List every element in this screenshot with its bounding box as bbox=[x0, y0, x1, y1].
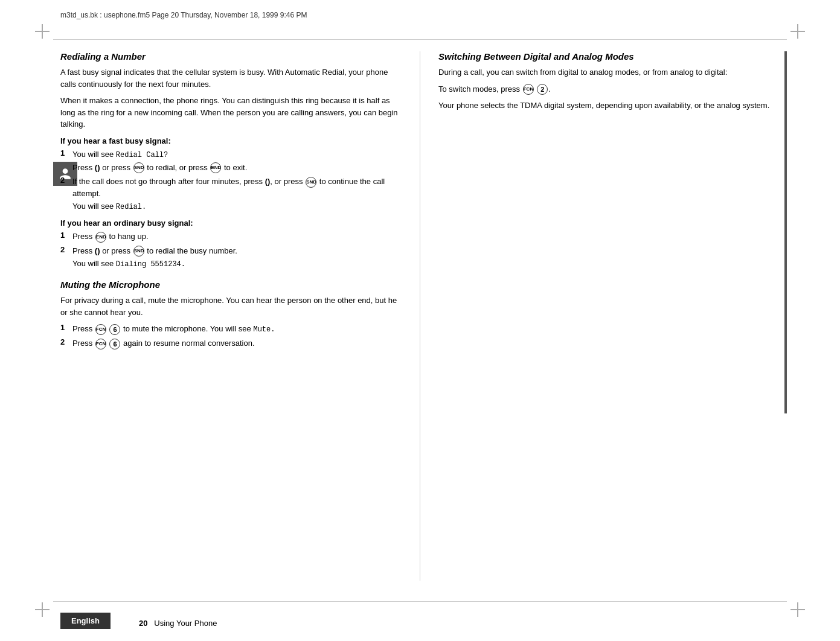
two-button-icon: 2 bbox=[537, 84, 548, 95]
item1-text: You will see Redial Call? bbox=[72, 150, 168, 159]
six-button-icon1: 6 bbox=[109, 324, 120, 335]
corner-mark-tl bbox=[35, 24, 50, 39]
ordinary-item2-sub: You will see Dialing 5551234. bbox=[72, 258, 402, 270]
ordinary-item2-mono: Dialing 5551234. bbox=[116, 260, 185, 269]
fast-busy-title: If you hear a fast busy signal: bbox=[60, 136, 402, 145]
item1-content: You will see Redial Call? Press () or pr… bbox=[72, 148, 402, 174]
mute-mono: Mute. bbox=[253, 325, 275, 334]
ordinary-busy-title: If you hear an ordinary busy signal: bbox=[60, 218, 402, 228]
redialing-para2: When it makes a connection, the phone ri… bbox=[60, 95, 402, 130]
snd-button-icon: SND bbox=[133, 162, 144, 173]
snd-button-icon3: SND bbox=[133, 246, 144, 257]
switching-para3: Your phone selects the TDMA digital syst… bbox=[438, 100, 780, 112]
muting-title: Muting the Microphone bbox=[60, 279, 402, 290]
ordinary-item2: 2 Press () or press SND to redial the bu… bbox=[60, 245, 402, 270]
top-rule bbox=[53, 39, 787, 40]
mute-item2-num: 2 bbox=[60, 337, 72, 349]
page-text: Using Your Phone bbox=[154, 619, 217, 628]
ordinary-item1-num: 1 bbox=[60, 231, 72, 243]
ordinary-item2-num: 2 bbox=[60, 245, 72, 270]
switching-para2: To switch modes, press FCN 2. bbox=[438, 83, 780, 95]
redialing-title: Redialing a Number bbox=[60, 51, 402, 62]
end-button-icon2: END bbox=[95, 232, 106, 243]
header-text: m3td_us.bk : usephone.fm5 Page 20 Thursd… bbox=[60, 11, 307, 19]
mute-item2: 2 Press FCN 6 again to resume normal con… bbox=[60, 337, 402, 349]
mute-item2-content: Press FCN 6 again to resume normal conve… bbox=[72, 337, 402, 349]
footer: English 20 Using Your Phone bbox=[0, 602, 840, 641]
item1-num: 1 bbox=[60, 148, 72, 174]
corner-mark-tr bbox=[790, 24, 805, 39]
item2-text: If the call does not go through after fo… bbox=[72, 177, 385, 198]
item2-num: 2 bbox=[60, 176, 72, 212]
redialing-section: Redialing a Number A fast busy signal in… bbox=[60, 51, 402, 270]
main-content: Redialing a Number A fast busy signal in… bbox=[60, 51, 780, 581]
muting-section: Muting the Microphone For privacy during… bbox=[60, 279, 402, 349]
item2-mono: Redial. bbox=[116, 203, 146, 211]
fast-busy-item2: 2 If the call does not go through after … bbox=[60, 176, 402, 212]
ordinary-item2-content: Press () or press SND to redial the busy… bbox=[72, 245, 402, 270]
mute-item1-content: Press FCN 6 to mute the microphone. You … bbox=[72, 323, 402, 335]
left-column: Redialing a Number A fast busy signal in… bbox=[60, 51, 420, 581]
item1-sub: Press () or press SND to redial, or pres… bbox=[72, 162, 402, 174]
item1-mono: Redial Call? bbox=[116, 151, 168, 159]
switching-section: Switching Between Digital and Analog Mod… bbox=[438, 51, 780, 112]
item2-sub: You will see Redial. bbox=[72, 200, 402, 212]
footer-page-info: 20 Using Your Phone bbox=[139, 619, 217, 628]
switching-title: Switching Between Digital and Analog Mod… bbox=[438, 51, 780, 62]
six-button-icon2: 6 bbox=[109, 339, 120, 349]
right-vertical-bar bbox=[784, 51, 787, 413]
fcn-button-icon1: FCN bbox=[95, 324, 106, 335]
ordinary-item1-content: Press END to hang up. bbox=[72, 231, 402, 243]
mute-item1: 1 Press FCN 6 to mute the microphone. Yo… bbox=[60, 323, 402, 335]
language-badge: English bbox=[60, 613, 111, 629]
page-number: 20 bbox=[139, 619, 147, 628]
right-column: Switching Between Digital and Analog Mod… bbox=[420, 51, 780, 581]
fast-busy-item1: 1 You will see Redial Call? Press () or … bbox=[60, 148, 402, 174]
redialing-para1: A fast busy signal indicates that the ce… bbox=[60, 66, 402, 90]
switching-para1: During a call, you can switch from digit… bbox=[438, 66, 780, 78]
page-header: m3td_us.bk : usephone.fm5 Page 20 Thursd… bbox=[60, 11, 780, 19]
snd-button-icon2: SND bbox=[306, 177, 316, 188]
fcn-button-icon2: FCN bbox=[95, 339, 106, 349]
ordinary-item1: 1 Press END to hang up. bbox=[60, 231, 402, 243]
end-button-icon: END bbox=[210, 162, 221, 173]
muting-para1: For privacy during a call, mute the micr… bbox=[60, 295, 402, 318]
mute-item1-num: 1 bbox=[60, 323, 72, 335]
fcn-button-icon3: FCN bbox=[523, 84, 534, 95]
item2-content: If the call does not go through after fo… bbox=[72, 176, 402, 212]
